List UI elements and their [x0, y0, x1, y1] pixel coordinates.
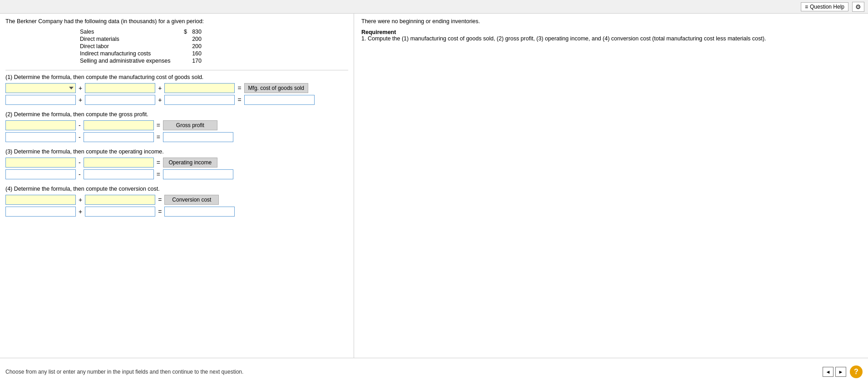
- data-table-row: Direct labor200: [78, 43, 205, 50]
- op-plus-1c: +: [78, 96, 83, 104]
- section-3-input-1[interactable]: [5, 158, 76, 168]
- section-2-result-val[interactable]: [163, 132, 233, 142]
- op-plus-1b: +: [157, 84, 163, 92]
- top-bar: ≡ Question Help ⚙: [0, 0, 868, 14]
- nav-buttons: ◄ ►: [823, 367, 846, 377]
- question-help-button[interactable]: ≡ Question Help: [801, 2, 848, 11]
- data-table-label: Indirect manufacturing costs: [78, 50, 182, 57]
- section-1-input-2[interactable]: [85, 83, 155, 93]
- section-2-label: (2) Determine the formula, then compute …: [5, 111, 348, 118]
- bottom-note: Choose from any list or enter any number…: [5, 369, 243, 375]
- data-table-label: Direct labor: [78, 43, 182, 50]
- op-eq-2b: =: [156, 133, 161, 141]
- data-table: Sales$830Direct materials200Direct labor…: [78, 28, 348, 64]
- divider: [5, 70, 348, 70]
- section-3-result-label: Operating income: [163, 158, 217, 168]
- section-2-result-label: Gross profit: [163, 120, 217, 130]
- section-4: (4) Determine the formula, then compute …: [5, 186, 348, 217]
- right-panel: There were no beginning or ending invent…: [354, 14, 868, 358]
- op-plus-4a: +: [78, 196, 83, 203]
- section-2-input-1[interactable]: [5, 120, 76, 130]
- section-3-row-2: - =: [5, 169, 348, 179]
- section-1-dropdown[interactable]: Direct materials Direct labor Indirect m…: [5, 83, 76, 93]
- section-1-val-1[interactable]: [5, 95, 76, 105]
- section-1-val-2[interactable]: [85, 95, 155, 105]
- data-table-row: Indirect manufacturing costs160: [78, 50, 205, 57]
- section-1-input-3[interactable]: [164, 83, 235, 93]
- bottom-right: ◄ ► ?: [823, 365, 863, 378]
- data-table-row: Selling and administrative expenses170: [78, 57, 205, 64]
- data-table-value: 200: [189, 43, 205, 50]
- section-3: (3) Determine the formula, then compute …: [5, 148, 348, 179]
- data-table-row: Sales$830: [78, 28, 205, 35]
- section-1-row-2: + + =: [5, 95, 348, 105]
- op-eq-4b: =: [157, 208, 163, 215]
- section-4-label: (4) Determine the formula, then compute …: [5, 186, 348, 192]
- prev-button[interactable]: ◄: [823, 367, 833, 377]
- section-4-row-2: + =: [5, 207, 348, 217]
- data-table-label: Direct materials: [78, 35, 182, 43]
- section-1-label: (1) Determine the formula, then compute …: [5, 74, 348, 80]
- data-table-prefix: [182, 43, 189, 50]
- data-table-value: 160: [189, 50, 205, 57]
- op-eq-4a: =: [157, 196, 163, 203]
- op-plus-1a: +: [78, 84, 83, 92]
- section-4-val-2[interactable]: [85, 207, 155, 217]
- section-4-input-1[interactable]: [5, 195, 76, 205]
- section-3-row-1: - = Operating income: [5, 158, 348, 168]
- data-table-value: 170: [189, 57, 205, 64]
- data-table-value: 830: [189, 28, 205, 35]
- section-4-row-1: + = Conversion cost: [5, 195, 348, 205]
- top-bar-right: ≡ Question Help ⚙: [801, 2, 864, 12]
- list-icon: ≡: [805, 4, 808, 10]
- section-1: (1) Determine the formula, then compute …: [5, 74, 348, 105]
- requirement-text: 1. Compute the (1) manufacturing cost of…: [361, 35, 861, 42]
- question-help-label: Question Help: [810, 4, 844, 10]
- data-table-label: Sales: [78, 28, 182, 35]
- section-2-row-2: - =: [5, 132, 348, 142]
- section-4-val-1[interactable]: [5, 207, 76, 217]
- gear-button[interactable]: ⚙: [852, 2, 864, 12]
- next-button[interactable]: ►: [835, 367, 846, 377]
- section-2-row-1: - = Gross profit: [5, 120, 348, 130]
- section-1-result-val[interactable]: [244, 95, 315, 105]
- left-panel: The Berkner Company had the following da…: [0, 14, 354, 358]
- section-2-val-1[interactable]: [5, 132, 76, 142]
- section-2: (2) Determine the formula, then compute …: [5, 111, 348, 142]
- op-minus-2b: -: [78, 133, 82, 141]
- section-3-input-2[interactable]: [84, 158, 154, 168]
- problem-description: The Berkner Company had the following da…: [5, 18, 348, 25]
- help-circle-button[interactable]: ?: [850, 365, 863, 378]
- op-eq-3b: =: [156, 171, 161, 178]
- section-3-result-val[interactable]: [163, 169, 233, 179]
- data-table-prefix: $: [182, 28, 189, 35]
- section-3-val-1[interactable]: [5, 169, 76, 179]
- op-eq-2a: =: [156, 122, 161, 129]
- section-4-input-2[interactable]: [85, 195, 155, 205]
- data-table-label: Selling and administrative expenses: [78, 57, 182, 64]
- section-3-label: (3) Determine the formula, then compute …: [5, 148, 348, 155]
- data-table-row: Direct materials200: [78, 35, 205, 43]
- section-2-input-2[interactable]: [84, 120, 154, 130]
- op-minus-2a: -: [78, 122, 82, 129]
- section-1-val-3[interactable]: [164, 95, 235, 105]
- section-4-result-val[interactable]: [164, 207, 235, 217]
- op-minus-3b: -: [78, 171, 82, 178]
- op-eq-1b: =: [237, 96, 242, 104]
- main-content: The Berkner Company had the following da…: [0, 14, 868, 358]
- section-1-row-1: Direct materials Direct labor Indirect m…: [5, 83, 348, 93]
- no-inventory-note: There were no beginning or ending invent…: [361, 18, 861, 25]
- op-eq-3a: =: [156, 159, 161, 166]
- data-table-value: 200: [189, 35, 205, 43]
- section-2-val-2[interactable]: [84, 132, 154, 142]
- data-table-prefix: [182, 57, 189, 64]
- bottom-bar: Choose from any list or enter any number…: [0, 358, 868, 385]
- op-minus-3a: -: [78, 159, 82, 166]
- data-table-prefix: [182, 35, 189, 43]
- section-4-result-label: Conversion cost: [164, 195, 219, 205]
- op-eq-1a: =: [237, 84, 242, 92]
- requirement-label: Requirement: [361, 29, 861, 35]
- section-3-val-2[interactable]: [84, 169, 154, 179]
- gear-icon: ⚙: [855, 3, 861, 10]
- data-table-prefix: [182, 50, 189, 57]
